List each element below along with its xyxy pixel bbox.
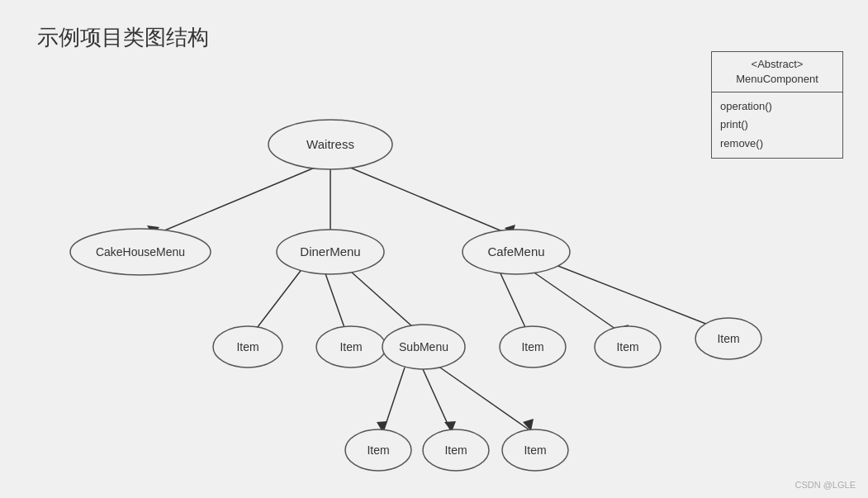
svg-text:Item: Item	[339, 340, 362, 353]
svg-line-18	[384, 368, 405, 429]
watermark: CSDN @LGLE	[794, 480, 856, 490]
svg-text:Item: Item	[367, 443, 389, 457]
svg-line-10	[343, 264, 421, 334]
svg-line-4	[334, 161, 512, 235]
svg-text:Item: Item	[616, 340, 638, 353]
svg-line-8	[322, 264, 347, 334]
uml-class-box: <Abstract> MenuComponent operation() pri…	[711, 51, 843, 159]
svg-text:Item: Item	[444, 443, 467, 457]
svg-text:Waitress: Waitress	[306, 137, 354, 151]
uml-box-header: <Abstract> MenuComponent	[712, 52, 842, 92]
uml-method-1: operation()	[720, 97, 834, 116]
svg-line-6	[252, 264, 306, 334]
svg-text:Item: Item	[521, 340, 543, 353]
svg-line-20	[423, 369, 450, 429]
svg-line-22	[438, 366, 529, 429]
svg-text:Item: Item	[717, 332, 739, 345]
svg-line-0	[153, 161, 330, 235]
svg-text:DinerMenu: DinerMenu	[300, 244, 360, 258]
uml-abstract-label: <Abstract>	[719, 57, 836, 72]
svg-text:Item: Item	[236, 340, 259, 353]
svg-text:CafeMenu: CafeMenu	[487, 244, 544, 258]
uml-method-3: remove()	[720, 135, 834, 153]
uml-method-2: print()	[720, 116, 834, 134]
uml-box-body: operation() print() remove()	[712, 92, 842, 157]
svg-line-16	[533, 256, 723, 330]
svg-text:Item: Item	[524, 443, 546, 457]
svg-text:CakeHouseMenu: CakeHouseMenu	[96, 245, 185, 258]
uml-class-name: MenuComponent	[719, 72, 836, 87]
svg-text:SubMenu: SubMenu	[399, 340, 448, 353]
